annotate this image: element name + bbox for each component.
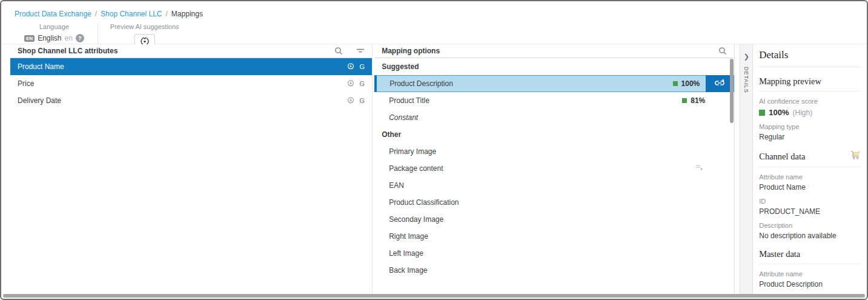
breadcrumb-link-shop-channel-llc[interactable]: Shop Channel LLC xyxy=(101,10,162,18)
app-window: Product Data Exchange/Shop Channel LLC/M… xyxy=(0,0,868,300)
mapping-option-label: Back Image xyxy=(389,266,427,275)
ai-confidence-label: AI confidence score xyxy=(759,98,861,105)
ai-suggestion-icon xyxy=(347,79,354,88)
language-locale: en xyxy=(64,34,72,42)
shopping-cart-icon xyxy=(850,150,861,162)
mapping-option-product-title[interactable]: Product Title 81% xyxy=(374,92,734,109)
horizontal-scrollbar[interactable] xyxy=(3,294,865,298)
attribute-name-label: Attribute name xyxy=(759,270,861,278)
mapping-option-constant[interactable]: Constant xyxy=(374,109,734,126)
ai-suggestion-icon xyxy=(347,96,354,105)
breadcrumb: Product Data Exchange/Shop Channel LLC/M… xyxy=(1,1,867,18)
search-icon[interactable] xyxy=(334,47,343,55)
mapping-option-ean[interactable]: EAN xyxy=(374,177,734,194)
confidence-value: 100% xyxy=(769,108,789,117)
mapping-option-label: Product Description xyxy=(389,79,453,88)
description-label: Description xyxy=(759,222,861,229)
preview-ai-label: Preview AI suggestions xyxy=(110,23,179,30)
breadcrumb-link-product-data-exchange[interactable]: Product Data Exchange xyxy=(15,10,91,18)
mapping-option-label: Constant xyxy=(389,113,418,122)
main-area: Shop Channel LLC attributes Product Name… xyxy=(1,44,867,294)
mapping-option-label: Package content xyxy=(389,164,443,173)
mapping-preview-heading: Mapping preview xyxy=(759,76,861,92)
channel-attributes-panel: Shop Channel LLC attributes Product Name… xyxy=(10,44,373,294)
details-tab-label: DETAILS xyxy=(743,67,749,93)
mapping-option-label: Right Image xyxy=(389,232,428,241)
description-value: No description available xyxy=(759,232,861,240)
global-badge: G xyxy=(360,80,365,87)
confidence-square-icon xyxy=(673,81,678,86)
attribute-name-label: Attribute name xyxy=(759,173,861,181)
help-icon[interactable]: ? xyxy=(76,34,84,42)
global-badge: G xyxy=(360,63,365,70)
chevron-right-icon[interactable]: ❯ xyxy=(744,53,749,61)
suggested-section-heading: Suggested xyxy=(374,58,734,75)
confidence-square-icon xyxy=(682,98,687,103)
mapping-option-label: Product Classification xyxy=(389,198,459,207)
mapping-option-left-image[interactable]: Left Image xyxy=(374,245,734,262)
attribute-label: Price xyxy=(18,79,34,88)
mapping-options-panel: Mapping options Suggested Product Descri… xyxy=(374,44,735,294)
channel-data-heading: Channel data xyxy=(759,150,861,167)
vertical-scrollbar[interactable] xyxy=(730,59,734,123)
search-icon[interactable] xyxy=(718,47,727,55)
divider xyxy=(98,23,98,45)
id-label: ID xyxy=(759,198,861,205)
mapping-option-label: Primary Image xyxy=(389,147,436,156)
mapping-option-label: EAN xyxy=(389,181,404,190)
mapping-option-primary-image[interactable]: Primary Image xyxy=(374,143,734,160)
mapping-type-label: Mapping type xyxy=(759,123,861,130)
mapping-option-product-classification[interactable]: Product Classification xyxy=(374,194,734,211)
global-badge: G xyxy=(360,97,365,104)
breadcrumb-current-mappings: Mappings xyxy=(171,10,203,18)
filter-icon[interactable] xyxy=(356,47,365,55)
mapping-option-label: Left Image xyxy=(389,249,423,258)
mapping-option-label: Seconday Image xyxy=(389,215,443,224)
details-collapse-strip[interactable]: ❯ DETAILS xyxy=(740,44,753,294)
attribute-name-value: Product Name xyxy=(759,183,861,192)
language-code-badge: EN xyxy=(24,35,35,42)
controls-row: Language EN English en ? Preview AI sugg… xyxy=(1,18,867,44)
mapping-link-icon xyxy=(714,79,725,89)
mapping-option-right-image[interactable]: Right Image xyxy=(374,228,734,245)
confidence-square-icon xyxy=(759,110,765,116)
other-section-heading: Other xyxy=(374,126,734,143)
details-title: Details xyxy=(759,49,861,67)
mapping-option-product-description[interactable]: Product Description 100% xyxy=(374,75,734,92)
attribute-row-product-name[interactable]: Product Name G xyxy=(10,58,372,75)
id-value: PRODUCT_NAME xyxy=(759,207,861,216)
master-data-heading: Master data xyxy=(759,249,861,264)
channel-attributes-title: Shop Channel LLC attributes xyxy=(18,47,118,55)
ai-suggestion-icon xyxy=(347,62,354,72)
mapping-option-seconday-image[interactable]: Seconday Image xyxy=(374,211,734,228)
attribute-row-delivery-date[interactable]: Delivery Date G xyxy=(10,92,372,109)
details-panel: Details Mapping preview AI confidence sc… xyxy=(753,44,867,294)
confidence-score: 100% xyxy=(673,79,700,88)
multi-value-list-icon xyxy=(695,164,703,173)
attribute-row-price[interactable]: Price G xyxy=(10,75,372,92)
mapping-options-title: Mapping options xyxy=(382,47,440,55)
language-label: Language xyxy=(39,23,69,30)
mapping-type-value: Regular xyxy=(759,133,861,141)
breadcrumb-separator: / xyxy=(166,10,168,18)
language-group: Language EN English en ? xyxy=(24,23,84,42)
breadcrumb-separator: / xyxy=(95,10,97,18)
confidence-score: 81% xyxy=(682,96,705,105)
language-value[interactable]: English xyxy=(38,34,61,42)
mapping-option-back-image[interactable]: Back Image xyxy=(374,262,734,279)
mapping-option-package-content[interactable]: Package content xyxy=(374,160,734,177)
mapping-option-label: Product Title xyxy=(389,96,429,105)
attribute-name-value: Product Description xyxy=(759,280,861,288)
attribute-label: Delivery Date xyxy=(18,96,61,105)
attribute-label: Product Name xyxy=(18,62,64,71)
confidence-qualifier: (High) xyxy=(793,108,813,117)
